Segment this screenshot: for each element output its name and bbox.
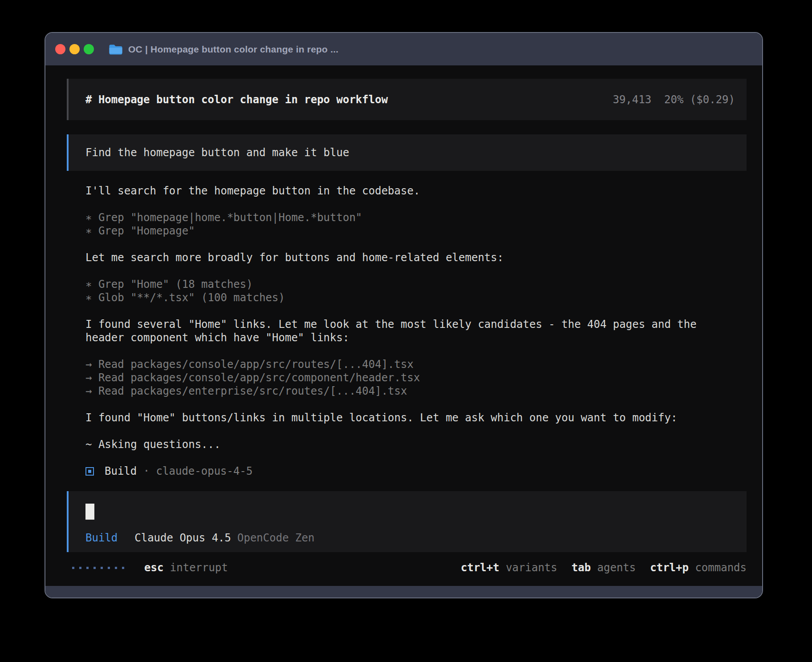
- agent-model: · claude-opus-4-5: [137, 464, 252, 478]
- provider-name: OpenCode Zen: [237, 531, 314, 545]
- shortcut-agents: tab agents: [572, 561, 636, 574]
- assistant-text: I'll search for the homepage button in t…: [85, 184, 717, 198]
- token-cost-stats: 39,413 20% ($0.29): [613, 93, 735, 106]
- session-header: # Homepage button color change in repo w…: [67, 79, 747, 120]
- tool-call-grep: ∗ Grep "Home" (18 matches): [85, 278, 717, 291]
- titlebar[interactable]: OC | Homepage button color change in rep…: [45, 33, 762, 65]
- status-bar: esc interrupt ctrl+t variants tab agents…: [67, 561, 747, 574]
- agent-mode-badge[interactable]: Build: [85, 531, 118, 545]
- agent-square-icon: [85, 467, 94, 476]
- tool-call-glob: ∗ Glob "**/*.tsx" (100 matches): [85, 291, 717, 304]
- input-modeline: Build Claude Opus 4.5 OpenCode Zen: [85, 531, 747, 545]
- tool-call-read: → Read packages/console/app/src/routes/[…: [85, 358, 717, 371]
- assistant-status-text: ~ Asking questions...: [85, 438, 717, 451]
- close-traffic-light-icon[interactable]: [55, 44, 65, 54]
- model-name[interactable]: Claude Opus 4.5: [134, 531, 231, 545]
- tool-call-read: → Read packages/enterprise/src/routes/[.…: [85, 384, 717, 398]
- window-bottom-strip: [45, 586, 762, 597]
- shortcut-commands: ctrl+p commands: [650, 561, 747, 574]
- folder-icon: [109, 44, 122, 55]
- shortcut-variants: ctrl+t variants: [461, 561, 557, 574]
- text-cursor: [85, 504, 94, 520]
- working-spinner-dots: [72, 567, 129, 569]
- tool-call-grep: ∗ Grep "Homepage": [85, 224, 717, 238]
- assistant-transcript: I'll search for the homepage button in t…: [67, 184, 717, 478]
- assistant-text: I found several "Home" links. Let me loo…: [85, 318, 715, 344]
- esc-key-hint: esc: [144, 561, 163, 574]
- agent-name: Build: [105, 464, 137, 478]
- minimize-traffic-light-icon[interactable]: [69, 44, 80, 54]
- user-message: Find the homepage button and make it blu…: [67, 134, 747, 171]
- agent-status-line: Build · claude-opus-4-5: [85, 464, 717, 478]
- window-title: OC | Homepage button color change in rep…: [128, 44, 338, 55]
- tool-call-read: → Read packages/console/app/src/componen…: [85, 371, 717, 384]
- session-title: # Homepage button color change in repo w…: [85, 93, 388, 106]
- maximize-traffic-light-icon[interactable]: [84, 44, 94, 54]
- assistant-text: I found "Home" buttons/links in multiple…: [85, 411, 717, 424]
- user-message-text: Find the homepage button and make it blu…: [85, 146, 349, 159]
- prompt-input[interactable]: Build Claude Opus 4.5 OpenCode Zen: [67, 491, 747, 552]
- esc-key-label: interrupt: [163, 561, 228, 574]
- assistant-text: Let me search more broadly for buttons a…: [85, 251, 717, 264]
- tool-call-grep: ∗ Grep "homepage|home.*button|Home.*butt…: [85, 211, 717, 224]
- terminal-window: OC | Homepage button color change in rep…: [45, 32, 763, 598]
